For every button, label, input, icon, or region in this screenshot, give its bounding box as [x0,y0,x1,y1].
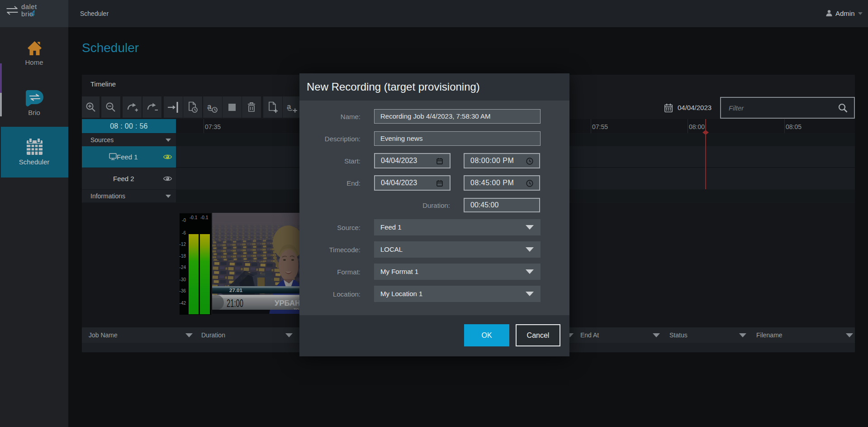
svg-text:a: a [207,102,212,111]
svg-text:a: a [287,102,291,111]
